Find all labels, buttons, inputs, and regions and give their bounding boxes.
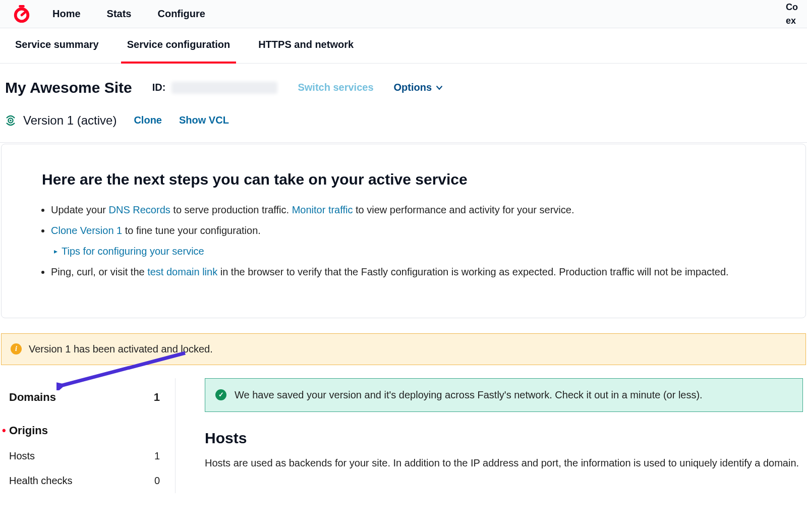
ns3-pre: Ping, curl, or visit the	[51, 266, 147, 277]
next-steps-card: Here are the next steps you can take on …	[1, 144, 806, 318]
next-steps-sub-item: ▸ Tips for configuring your service	[54, 244, 765, 259]
tab-service-configuration[interactable]: Service configuration	[127, 28, 230, 63]
top-nav-bar: Home Stats Configure Co ex	[0, 0, 807, 28]
switch-services-link[interactable]: Switch services	[298, 80, 373, 95]
chevron-down-icon	[436, 84, 443, 91]
clone-link[interactable]: Clone	[134, 113, 162, 128]
info-icon: i	[11, 343, 22, 354]
header-right-text: Co ex	[786, 1, 798, 27]
version-indicator: Version 1 (active)	[5, 112, 117, 130]
brand-logo-icon[interactable]	[12, 5, 31, 24]
sidebar-item-domains[interactable]: Domains 1	[9, 384, 160, 410]
header-right-line2: ex	[786, 14, 798, 27]
show-vcl-link[interactable]: Show VCL	[179, 113, 229, 128]
ns2-post: to fine tune your configuration.	[122, 225, 261, 236]
service-id-label: ID:	[152, 80, 166, 95]
tab-https-network[interactable]: HTTPS and network	[258, 28, 354, 63]
next-steps-title: Here are the next steps you can take on …	[42, 168, 765, 191]
config-sidebar: Domains 1 Origins Hosts 1 Health checks …	[9, 378, 176, 493]
activation-banner: i Version 1 has been activated and locke…	[1, 333, 806, 365]
activation-banner-text: Version 1 has been activated and locked.	[29, 342, 213, 357]
clone-version-link[interactable]: Clone Version 1	[51, 225, 122, 236]
sidebar-item-origins[interactable]: Origins	[9, 418, 160, 444]
hosts-section-desc: Hosts are used as backends for your site…	[205, 456, 803, 470]
config-main: ✓ We have saved your version and it's de…	[205, 378, 806, 493]
top-nav-left: Home Stats Configure	[12, 5, 205, 24]
svg-rect-1	[19, 5, 24, 7]
next-steps-item-1: Update your DNS Records to serve product…	[51, 203, 765, 217]
service-header: My Awesome Site ID: Switch services Opti…	[0, 64, 807, 143]
nav-configure[interactable]: Configure	[157, 7, 205, 21]
origins-label: Origins	[9, 423, 48, 439]
service-tabs: Service summary Service configuration HT…	[0, 28, 807, 64]
domains-count: 1	[154, 389, 160, 405]
service-id-group: ID:	[152, 80, 278, 95]
ns1-post: to view performance and activity for you…	[353, 204, 574, 215]
options-dropdown[interactable]: Options	[394, 80, 443, 95]
ns1-mid: to serve production traffic.	[170, 204, 292, 215]
nav-stats[interactable]: Stats	[107, 7, 132, 21]
domains-label: Domains	[9, 389, 56, 405]
broadcast-icon	[5, 115, 16, 126]
service-header-row1: My Awesome Site ID: Switch services Opti…	[5, 77, 802, 99]
hosts-count: 1	[154, 449, 160, 463]
next-steps-list: Update your DNS Records to serve product…	[42, 203, 765, 279]
monitor-traffic-link[interactable]: Monitor traffic	[292, 204, 353, 215]
next-steps-item-3: Ping, curl, or visit the test domain lin…	[51, 265, 765, 279]
test-domain-link[interactable]: test domain link	[147, 266, 217, 277]
service-id-value	[171, 82, 277, 94]
ns3-post: in the browser to verify that the Fastly…	[217, 266, 728, 277]
nav-home[interactable]: Home	[52, 7, 81, 21]
service-header-row2: Version 1 (active) Clone Show VCL	[5, 112, 802, 130]
health-label: Health checks	[9, 474, 73, 488]
deploy-success-text: We have saved your version and it's depl…	[235, 388, 703, 402]
tab-service-summary[interactable]: Service summary	[15, 28, 99, 63]
version-text: Version 1 (active)	[23, 112, 117, 130]
dns-records-link[interactable]: DNS Records	[109, 204, 170, 215]
tips-link[interactable]: Tips for configuring your service	[62, 244, 204, 259]
sidebar-item-hosts[interactable]: Hosts 1	[9, 444, 160, 468]
primary-nav: Home Stats Configure	[52, 7, 205, 21]
sidebar-item-health-checks[interactable]: Health checks 0	[9, 468, 160, 493]
content-area: Here are the next steps you can take on …	[0, 143, 807, 494]
lower-columns: Domains 1 Origins Hosts 1 Health checks …	[1, 378, 806, 493]
options-label: Options	[394, 80, 432, 95]
hosts-label: Hosts	[9, 449, 35, 463]
svg-point-3	[10, 120, 12, 122]
hosts-section-title: Hosts	[205, 427, 803, 449]
ns1-pre: Update your	[51, 204, 109, 215]
caret-right-icon: ▸	[54, 246, 57, 256]
check-icon: ✓	[215, 389, 226, 400]
service-title: My Awesome Site	[5, 77, 132, 99]
header-right-line1: Co	[786, 1, 798, 14]
deploy-success-banner: ✓ We have saved your version and it's de…	[205, 378, 803, 412]
health-count: 0	[154, 474, 160, 488]
next-steps-item-2: Clone Version 1 to fine tune your config…	[51, 223, 765, 259]
